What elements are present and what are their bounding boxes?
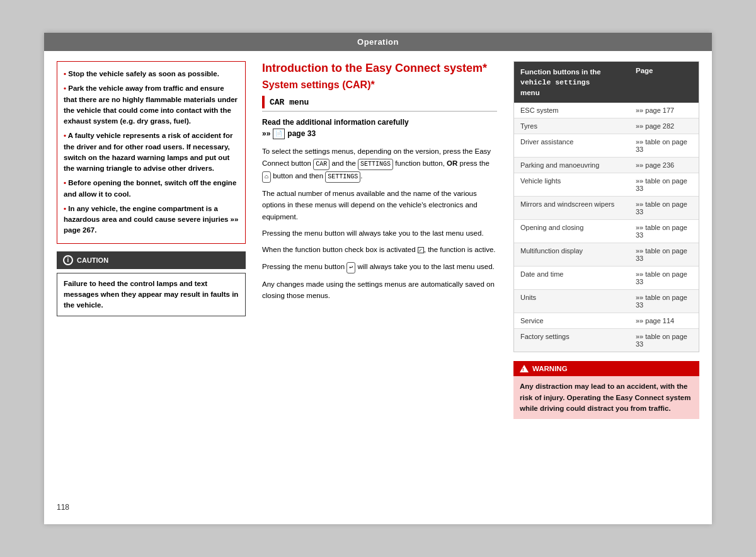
td-page: »» table on page 33 (629, 173, 699, 196)
list-item: In any vehicle, the engine compartment i… (64, 202, 239, 238)
warning-title: WARNING (532, 365, 568, 372)
td-page: »» table on page 33 (629, 243, 699, 266)
td-function: Parking and manoeuvring (514, 158, 629, 173)
book-icon: 📄 (273, 129, 285, 140)
caution-text: Failure to heed the control lamps and te… (64, 280, 238, 309)
td-function: Service (514, 313, 629, 328)
table-row: Opening and closing »» table on page 33 (514, 220, 699, 243)
table-row: Units »» table on page 33 (514, 290, 699, 313)
settings-badge2: SETTINGS (325, 171, 360, 183)
car-menu-text: CAR menu (270, 98, 309, 107)
warning-triangle-icon (520, 365, 529, 372)
page: Operation Stop the vehicle safely as soo… (44, 33, 712, 524)
right-column: Function buttons in the vehicle settings… (513, 61, 699, 419)
para1: To select the settings menus, depending … (262, 146, 497, 182)
table-row: Mirrors and windscreen wipers »» table o… (514, 197, 699, 220)
warning-header: WARNING (513, 361, 699, 376)
settings-badge: SETTINGS (358, 159, 393, 170)
list-item: Before opening the bonnet, switch off th… (64, 176, 239, 202)
page-number: 118 (57, 503, 69, 512)
td-page: »» table on page 33 (629, 220, 699, 243)
read-additional: Read the additional information carefull… (262, 117, 497, 139)
warning-box-right: WARNING Any distraction may lead to an a… (513, 361, 699, 419)
td-page: »» page 236 (629, 158, 699, 173)
left-column: Stop the vehicle safely as soon as possi… (57, 61, 246, 419)
caution-title: CAUTION (77, 256, 108, 264)
table-row: ESC system »» page 177 (514, 103, 699, 118)
caution-header: i CAUTION (57, 251, 246, 269)
td-page: »» table on page 33 (629, 267, 699, 289)
table-rows: ESC system »» page 177 Tyres »» page 282… (514, 103, 699, 352)
td-page: »» page 114 (629, 313, 699, 328)
para5: Pressing the menu button ↩ will always t… (262, 261, 497, 273)
car-menu-bar (262, 96, 265, 108)
table-row: Parking and manoeuvring »» page 236 (514, 158, 699, 173)
td-function: Mirrors and windscreen wipers (514, 197, 629, 219)
page-header: Operation (44, 33, 712, 51)
td-function: Vehicle lights (514, 173, 629, 196)
middle-column: Introduction to the Easy Connect system*… (256, 61, 503, 419)
table-row: Service »» page 114 (514, 313, 699, 329)
td-function: Opening and closing (514, 220, 629, 243)
td-page: »» table on page 33 (629, 197, 699, 219)
section-title: Introduction to the Easy Connect system* (262, 61, 497, 76)
td-function: Driver assistance (514, 134, 629, 157)
header-title: Operation (357, 37, 399, 47)
table-row: Tyres »» page 282 (514, 118, 699, 134)
td-page: »» page 282 (629, 118, 699, 134)
para2: The actual number of menus available and… (262, 188, 497, 222)
para3: Pressing the menu button will always tak… (262, 227, 497, 239)
caution-icon: i (63, 255, 73, 265)
td-page: »» table on page 33 (629, 290, 699, 313)
td-function: Units (514, 290, 629, 313)
td-function: Multifunction display (514, 243, 629, 266)
car-menu-label: CAR menu (262, 96, 497, 112)
warning-list: Stop the vehicle safely as soon as possi… (64, 67, 239, 238)
list-item: Stop the vehicle safely as soon as possi… (64, 67, 239, 81)
section-subtitle: System settings (CAR)* (262, 79, 497, 91)
td-page: »» table on page 33 (629, 134, 699, 157)
list-item: A faulty vehicle represents a risk of ac… (64, 129, 239, 176)
list-item: Park the vehicle away from traffic and e… (64, 81, 239, 129)
td-function: ESC system (514, 103, 629, 118)
car-badge: CAR (313, 159, 329, 170)
settings-table: Function buttons in the vehicle settings… (513, 61, 699, 352)
table-header: Function buttons in the vehicle settings… (514, 62, 699, 103)
warning-box: Stop the vehicle safely as soon as possi… (57, 61, 246, 244)
td-page: »» page 177 (629, 103, 699, 118)
home-badge: ⌂ (262, 171, 271, 183)
warning-text: Any distraction may lead to an accident,… (520, 382, 690, 412)
para4: When the function button check box is ac… (262, 244, 497, 255)
caution-body: Failure to heed the control lamps and te… (57, 273, 246, 317)
table-row: Factory settings »» table on page 33 (514, 329, 699, 352)
para6: Any changes made using the settings menu… (262, 278, 497, 302)
checkbox-icon (418, 247, 424, 253)
table-row: Vehicle lights »» table on page 33 (514, 173, 699, 197)
th-page: Page (629, 62, 699, 103)
td-function: Factory settings (514, 329, 629, 352)
page-ref: »» 📄 page 33 (262, 128, 316, 139)
table-row: Multifunction display »» table on page 3… (514, 243, 699, 267)
menu-button-icon: ↩ (346, 262, 355, 273)
table-row: Driver assistance »» table on page 33 (514, 134, 699, 158)
td-function: Date and time (514, 267, 629, 289)
td-function: Tyres (514, 118, 629, 134)
warning-body: Any distraction may lead to an accident,… (513, 376, 699, 419)
th-function: Function buttons in the vehicle settings… (514, 62, 629, 103)
td-page: »» table on page 33 (629, 329, 699, 352)
table-row: Date and time »» table on page 33 (514, 267, 699, 290)
